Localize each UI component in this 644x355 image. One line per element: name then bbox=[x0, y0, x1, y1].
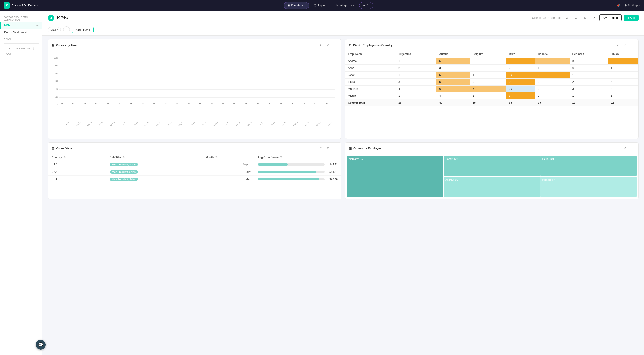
nav-right: 📣 ⚙ Settings ▾ bbox=[615, 2, 640, 9]
embed-button[interactable]: </> Embed bbox=[599, 14, 622, 21]
add-icon: + bbox=[4, 37, 5, 40]
nav-ai-btn[interactable]: ✦ AI bbox=[359, 2, 373, 9]
nav-explore-btn[interactable]: ⬡ Explore bbox=[310, 2, 331, 9]
pivot-title: ⊞ Pivot - Employee vs Country bbox=[349, 44, 392, 47]
nav-integrations-btn[interactable]: ⚙ Integrations bbox=[332, 2, 358, 9]
pivot-cell: 3 bbox=[608, 86, 638, 93]
orders-by-time-actions: ↺ ▽ ⋯ bbox=[318, 42, 338, 48]
chat-button[interactable]: 💬 bbox=[36, 340, 46, 350]
pivot-cell: 3 bbox=[506, 65, 535, 72]
embed-icon: </> bbox=[603, 16, 607, 20]
megaphone-icon-btn[interactable]: 📣 bbox=[615, 2, 622, 9]
pivot-cell: 9 bbox=[506, 79, 535, 86]
chart-more-btn[interactable]: ⋯ bbox=[332, 42, 338, 48]
orders-by-time-card: ▦ Orders by Time ↺ ▽ ⋯ 120 100 bbox=[48, 39, 342, 139]
cell-avg-value: $92.46 bbox=[254, 176, 341, 183]
cell-month: August bbox=[202, 161, 254, 168]
pivot-total-cell: 40 bbox=[436, 99, 470, 106]
sidebar-add-btn[interactable]: + Add bbox=[0, 36, 42, 42]
stats-more-btn[interactable]: ⋯ bbox=[332, 145, 338, 151]
nav-center: ⊞ Dashboard ⬡ Explore ⚙ Integrations ✦ A… bbox=[44, 2, 613, 9]
stats-filter-btn[interactable]: ▽ bbox=[325, 145, 330, 151]
col-job-title: Job Title ⇅ bbox=[106, 154, 202, 161]
stats-refresh-btn[interactable]: ↺ bbox=[318, 145, 323, 151]
settings-btn[interactable]: ⚙ Settings ▾ bbox=[624, 4, 640, 7]
emp-refresh-btn[interactable]: ↺ bbox=[622, 145, 628, 151]
layout: POSTGRESQL DEMO DASHBOARDS KPIs ⋯ Demo D… bbox=[0, 11, 644, 355]
global-add-btn[interactable]: + Add bbox=[0, 51, 42, 57]
pivot-total-cell: 19 bbox=[470, 99, 506, 106]
pivot-col-finland: Finlan bbox=[608, 51, 638, 58]
pulse-btn[interactable]: ⏱ bbox=[572, 15, 579, 21]
orders-by-employee-title: ▦ Orders by Employee bbox=[349, 147, 382, 150]
megaphone-icon: 📣 bbox=[616, 4, 620, 7]
pivot-cell: 3 bbox=[570, 86, 608, 93]
chevron-down-icon: ▾ bbox=[639, 4, 640, 7]
pivot-col-canada: Canada bbox=[535, 51, 570, 58]
pivot-cell: 1 bbox=[535, 65, 570, 72]
col-avg-value: Avg Order Value ⇅ bbox=[254, 154, 341, 161]
info-icon: ⓘ bbox=[32, 48, 35, 50]
cell-month: July bbox=[202, 168, 254, 176]
chart-refresh-btn[interactable]: ↺ bbox=[318, 42, 323, 48]
progress-bar-fill bbox=[258, 178, 319, 180]
sidebar-section-label: POSTGRESQL DEMO DASHBOARDS bbox=[0, 14, 42, 22]
refresh-btn[interactable]: ↺ bbox=[564, 15, 570, 21]
more-icon: ⋯ bbox=[65, 28, 68, 32]
pivot-refresh-btn[interactable]: ↺ bbox=[615, 42, 620, 48]
progress-bar-fill bbox=[258, 171, 316, 173]
ai-icon: ✦ bbox=[363, 4, 366, 7]
pivot-cell: 2 bbox=[396, 65, 436, 72]
more-icon[interactable]: ⋯ bbox=[36, 24, 39, 27]
sort-icon: ⇅ bbox=[64, 156, 66, 159]
table-row: Anne2323101 bbox=[345, 65, 638, 72]
nav-dashboard-btn[interactable]: ⊞ Dashboard bbox=[284, 2, 309, 9]
back-button[interactable]: ◀ bbox=[48, 15, 54, 21]
chat-icon: 💬 bbox=[38, 342, 43, 347]
sidebar-item-kpis[interactable]: KPIs ⋯ bbox=[0, 22, 42, 29]
cell-avg-value: $86.87 bbox=[254, 168, 341, 176]
filter-bar: Date + ⋯ Add Filter + bbox=[42, 24, 644, 36]
col-month: Month ⇅ bbox=[202, 154, 254, 161]
pivot-filter-btn[interactable]: ▽ bbox=[622, 42, 628, 48]
pivot-card: ⊞ Pivot - Employee vs Country ↺ ▽ ⋯ Emp.… bbox=[345, 39, 639, 139]
page-title: KPIs bbox=[57, 15, 68, 21]
add-filter-button[interactable]: Add Filter + bbox=[72, 27, 94, 33]
pivot-cell: 4 bbox=[436, 93, 470, 99]
table-row: Michael1418311 bbox=[345, 93, 638, 99]
email-btn[interactable]: ✉ bbox=[582, 15, 588, 21]
pivot-cell: 4 bbox=[608, 79, 638, 86]
filter-more-btn[interactable]: ⋯ bbox=[63, 27, 70, 33]
cell-month: May bbox=[202, 176, 254, 183]
y-label: 60 bbox=[52, 80, 58, 82]
y-label: 80 bbox=[52, 72, 58, 75]
pivot-actions: ↺ ▽ ⋯ bbox=[615, 42, 635, 48]
pivot-cell: 1 bbox=[470, 72, 506, 79]
pivot-scroll[interactable]: Emp. Name Argentina Austria Belgium Braz… bbox=[345, 51, 638, 106]
pivot-cell: 1 bbox=[608, 65, 638, 72]
orders-by-time-title: ▦ Orders by Time bbox=[52, 44, 77, 47]
table-row: USAVice President, SalesAugust$45.23 bbox=[48, 161, 341, 168]
pivot-more-btn[interactable]: ⋯ bbox=[629, 42, 635, 48]
avg-value-text: $92.46 bbox=[326, 178, 338, 181]
cell-avg-value: $45.23 bbox=[254, 161, 341, 168]
pivot-total-cell: 18 bbox=[570, 99, 608, 106]
job-title-badge: Vice President, Sales bbox=[110, 178, 138, 181]
sidebar-item-demo-dashboard[interactable]: Demo Dashboard bbox=[0, 29, 42, 36]
pivot-col-austria: Austria bbox=[436, 51, 470, 58]
employee-actions: ↺ ⋯ bbox=[622, 145, 635, 151]
table-row: USAVice President, SalesMay$92.46 bbox=[48, 176, 341, 183]
share-btn[interactable]: ↗ bbox=[590, 15, 597, 21]
pivot-cell: 2 bbox=[608, 72, 638, 79]
pivot-cell: 5 bbox=[436, 72, 470, 79]
emp-margaret-block: Margaret: 156 bbox=[347, 156, 443, 197]
add-button[interactable]: + Add bbox=[624, 15, 639, 21]
app-name[interactable]: PostgreSQL Demo ▾ bbox=[12, 4, 38, 7]
chart-filter-btn[interactable]: ▽ bbox=[325, 42, 330, 48]
job-title-badge: Vice President, Sales bbox=[110, 163, 138, 166]
table-icon: ▤ bbox=[52, 147, 54, 150]
pivot-cell: 3 bbox=[436, 65, 470, 72]
emp-more-btn[interactable]: ⋯ bbox=[629, 145, 635, 151]
date-filter-chip[interactable]: Date + bbox=[48, 27, 61, 33]
pivot-cell: 20 bbox=[506, 86, 535, 93]
